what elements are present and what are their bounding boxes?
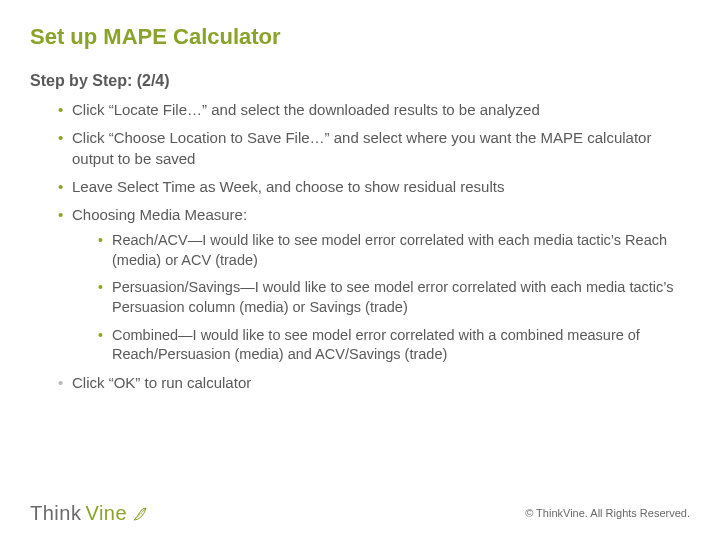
list-item: Click “OK” to run calculator	[58, 373, 690, 393]
list-item: Reach/ACV—I would like to see model erro…	[98, 231, 690, 270]
bullet-text: Combined—I would like to see model error…	[112, 327, 640, 363]
logo-text-think: Think	[30, 502, 81, 525]
bullet-text: Choosing Media Measure:	[72, 206, 247, 223]
list-item: Combined—I would like to see model error…	[98, 326, 690, 365]
bullet-text: Click “Locate File…” and select the down…	[72, 101, 540, 118]
leaf-icon	[132, 506, 150, 526]
bullet-text: Reach/ACV—I would like to see model erro…	[112, 232, 667, 268]
sub-bullet-list: Reach/ACV—I would like to see model erro…	[72, 231, 690, 364]
list-item: Click “Locate File…” and select the down…	[58, 100, 690, 120]
copyright-text: © ThinkVine. All Rights Reserved.	[525, 507, 690, 519]
list-item: Persuasion/Savings—I would like to see m…	[98, 278, 690, 317]
bullet-list: Click “Locate File…” and select the down…	[30, 100, 690, 393]
logo: ThinkVine	[30, 502, 150, 525]
bullet-text: Leave Select Time as Week, and choose to…	[72, 178, 504, 195]
step-subtitle: Step by Step: (2/4)	[30, 72, 690, 90]
slide: Set up MAPE Calculator Step by Step: (2/…	[0, 0, 720, 540]
list-item: Click “Choose Location to Save File…” an…	[58, 128, 690, 169]
bullet-text: Persuasion/Savings—I would like to see m…	[112, 279, 673, 315]
bullet-text: Click “Choose Location to Save File…” an…	[72, 129, 651, 166]
list-item: Leave Select Time as Week, and choose to…	[58, 177, 690, 197]
page-title: Set up MAPE Calculator	[30, 24, 690, 50]
footer: ThinkVine © ThinkVine. All Rights Reserv…	[0, 496, 720, 530]
logo-text-vine: Vine	[85, 502, 127, 525]
bullet-text: Click “OK” to run calculator	[72, 374, 251, 391]
list-item: Choosing Media Measure: Reach/ACV—I woul…	[58, 205, 690, 365]
